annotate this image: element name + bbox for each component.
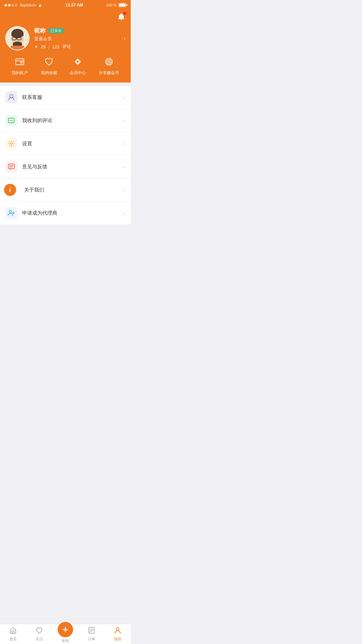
account-label: 我的账户 [12,70,28,76]
dot3 [11,4,14,6]
feedback-label: 意见与反馈 [22,164,124,170]
wifi-icon: ▲ [38,3,42,8]
stat-divider: | [48,44,49,49]
info-icon: i [9,186,11,194]
agent-icon-wrap [5,207,17,219]
signal-dots [5,4,17,6]
menu-section: 联系客服 › 我收到的评论 › 设置 › [0,86,131,224]
menu-item-agent[interactable]: 申请成为代理商 › [0,202,131,224]
battery-icon [119,3,126,7]
svg-point-14 [108,61,110,63]
sun-icon: ☀ [34,44,38,49]
svg-rect-9 [16,59,24,65]
svg-point-19 [12,120,13,121]
menu-item-reviews[interactable]: 我收到的评论 › [0,109,131,132]
status-bar: Applidium ▲ 11:27 AM 100 % [0,0,131,9]
profile-name-row: 昵称 已实名 [34,27,116,35]
carrier-label: Applidium [20,3,36,7]
svg-point-18 [11,120,12,121]
quick-action-member[interactable]: 会员中心 [70,57,86,76]
dot2 [8,4,10,6]
reviews-icon-wrap [5,114,17,126]
about-label: 关于我们 [24,187,124,193]
status-right: 100 % [106,3,126,7]
svg-rect-10 [16,60,24,61]
svg-point-20 [10,143,12,145]
dot1 [5,4,7,6]
svg-point-17 [10,120,11,121]
feedback-icon-wrap [5,161,17,173]
notification-badge [123,12,126,15]
settings-arrow: › [124,141,125,147]
status-left: Applidium ▲ [5,3,42,8]
reviews-label: 我收到的评论 [22,117,124,124]
notification-bell[interactable] [117,13,125,23]
menu-item-settings[interactable]: 设置 › [0,132,131,155]
profile-level: 普通会员 [34,36,116,42]
svg-point-22 [9,211,12,213]
sun-score: 26 [41,44,46,49]
verified-badge: 已实名 [48,28,64,34]
svg-rect-21 [8,164,14,169]
svg-rect-3 [11,33,23,36]
customer-service-arrow: › [124,95,125,100]
avatar-image [6,27,29,50]
coin-icon [104,57,114,68]
avatar[interactable] [5,26,29,50]
review-label: 评论 [62,44,71,50]
quick-action-favorites[interactable]: 我的收藏 [41,57,57,76]
battery-text: 100 % [106,3,117,7]
settings-label: 设置 [22,141,124,147]
svg-rect-8 [11,46,24,50]
reviews-arrow: › [124,118,125,123]
time-display: 11:27 AM [65,3,83,7]
notification-row [5,13,125,23]
favorites-label: 我的收藏 [41,70,57,76]
customer-service-label: 联系客服 [22,94,124,101]
share-label: 分享赚金币 [99,70,119,76]
member-label: 会员中心 [70,70,86,76]
profile-arrow[interactable]: › [121,35,125,42]
profile-stats: ☀ 26 | 122 评论 [34,44,116,50]
review-count: 122 [52,44,60,49]
dot4 [15,4,17,6]
battery-fill [119,4,125,6]
profile-info: 昵称 已实名 普通会员 ☀ 26 | 122 评论 [34,27,116,50]
menu-item-about[interactable]: i 关于我们 › [0,178,131,202]
svg-rect-11 [20,62,22,63]
menu-item-feedback[interactable]: 意见与反馈 › [0,155,131,178]
quick-action-share[interactable]: 分享赚金币 [99,57,119,76]
svg-point-13 [107,60,111,64]
menu-item-customer-service[interactable]: 联系客服 › [0,86,131,109]
agent-label: 申请成为代理商 [22,210,124,216]
profile-name: 昵称 [34,27,46,35]
about-icon-wrap: i [5,184,17,196]
content-spacer [0,224,131,265]
feedback-arrow: › [124,164,125,170]
wallet-icon [15,57,24,68]
quick-actions: 我的账户 我的收藏 会员中心 [5,57,125,76]
quick-action-account[interactable]: 我的账户 [12,57,28,76]
header-section: 昵称 已实名 普通会员 ☀ 26 | 122 评论 › [0,9,131,83]
settings-icon-wrap [5,138,17,150]
profile-row: 昵称 已实名 普通会员 ☀ 26 | 122 评论 › [5,26,125,50]
agent-arrow: › [124,210,125,216]
diamond-icon [73,57,82,68]
about-arrow: › [124,187,125,193]
svg-point-12 [106,58,112,65]
customer-service-icon-wrap [5,91,17,103]
heart-icon [44,57,54,68]
